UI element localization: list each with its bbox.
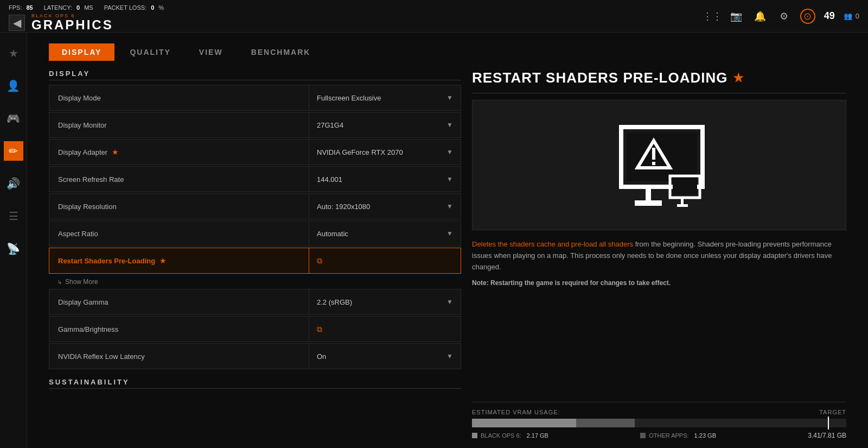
title-divider	[472, 93, 846, 93]
chevron-down-icon: ▼	[446, 352, 453, 360]
latency-label: LATENCY:	[44, 4, 72, 11]
gamma-brightness-row: Gamma/Brightness ⧉	[49, 316, 461, 342]
left-panel: DISPLAY Display Mode Fullscreen Exclusiv…	[49, 70, 461, 439]
tab-quality[interactable]: QUALITY	[117, 43, 183, 61]
sidebar-favorites-icon[interactable]: ★	[4, 43, 23, 63]
monitor-warning-illustration	[599, 116, 719, 214]
back-button[interactable]: ◀	[9, 15, 25, 31]
fps-value: 85	[26, 4, 33, 11]
vram-section: ESTIMATED VRAM USAGE: TARGET BLACK OPS 6…	[472, 402, 846, 439]
vram-label: ESTIMATED VRAM USAGE:	[472, 409, 560, 415]
detail-image	[472, 100, 846, 230]
show-more-arrow-icon: ↳	[58, 279, 62, 285]
vram-target-line	[828, 417, 829, 430]
tab-bar: DISPLAY QUALITY VIEW BENCHMARK	[27, 33, 868, 61]
vram-other-value: 1.23 GB	[694, 432, 716, 439]
sidebar-menu-icon[interactable]: ☰	[4, 206, 23, 226]
packet-value: 0	[151, 4, 154, 11]
display-resolution-row: Display Resolution Auto: 1920x1080 ▼	[49, 193, 461, 219]
svg-rect-6	[652, 162, 655, 165]
bo6-dot	[472, 433, 477, 438]
vram-other-label: OTHER APPS:	[649, 432, 688, 439]
detail-note: Note: Restarting the game is required fo…	[472, 279, 846, 287]
star-icon: ★	[159, 256, 167, 265]
refresh-rate-value[interactable]: 144.001 ▼	[309, 167, 461, 192]
detail-description: Deletes the shaders cache and pre-load a…	[472, 239, 846, 273]
latency-unit: MS	[84, 4, 93, 11]
vram-bar-other	[576, 419, 635, 427]
svg-rect-10	[677, 204, 688, 207]
display-monitor-value[interactable]: 27G1G4 ▼	[309, 112, 461, 137]
settings-icon[interactable]: ⚙	[776, 9, 792, 24]
chevron-down-icon: ▼	[446, 121, 453, 129]
bell-icon[interactable]: 🔔	[752, 9, 768, 24]
game-logo: BLACK OPS 6 GRAPHICS	[31, 14, 113, 31]
display-mode-row: Display Mode Fullscreen Exclusive ▼	[49, 85, 461, 111]
display-adapter-value[interactable]: NVIDIA GeForce RTX 2070 ▼	[309, 140, 461, 165]
topbar-right: ⋮⋮ 📷 🔔 ⚙ ⊙ 49 👥 0	[705, 9, 859, 24]
aspect-ratio-row: Aspect Ratio Automatic ▼	[49, 220, 461, 247]
refresh-rate-label: Screen Refresh Rate	[49, 167, 309, 192]
latency-value: 0	[76, 4, 80, 11]
display-resolution-value[interactable]: Auto: 1920x1080 ▼	[309, 194, 461, 219]
vram-bar-container	[472, 419, 846, 427]
topbar: FPS: 85 LATENCY: 0 MS PACKET LOSS: 0 % ◀…	[0, 0, 868, 33]
tab-display[interactable]: DISPLAY	[49, 43, 114, 61]
user-icon: 👥	[844, 12, 852, 20]
svg-rect-2	[646, 187, 651, 200]
display-mode-label: Display Mode	[49, 85, 309, 110]
display-mode-value[interactable]: Fullscreen Exclusive ▼	[309, 85, 461, 110]
tab-benchmark[interactable]: BENCHMARK	[238, 43, 324, 61]
chevron-down-icon: ▼	[446, 175, 453, 183]
vram-legend: BLACK OPS 6: 2.17 GB OTHER APPS: 1.23 GB…	[472, 432, 846, 439]
aspect-ratio-value[interactable]: Automatic ▼	[309, 221, 461, 246]
right-panel: Restart Shaders Pre-Loading ★	[472, 70, 846, 439]
aspect-ratio-label: Aspect Ratio	[49, 221, 309, 246]
display-monitor-row: Display Monitor 27G1G4 ▼	[49, 112, 461, 138]
vram-bo6-legend: BLACK OPS 6: 2.17 GB	[472, 432, 548, 439]
display-resolution-label: Display Resolution	[49, 194, 309, 219]
vram-bo6-label: BLACK OPS 6:	[481, 432, 521, 439]
other-dot	[640, 433, 646, 438]
gamma-brightness-action[interactable]: ⧉	[309, 317, 461, 342]
sidebar-profile-icon[interactable]: 👤	[4, 76, 23, 96]
display-gamma-value[interactable]: 2.2 (sRGB) ▼	[309, 289, 461, 314]
camera-icon[interactable]: 📷	[729, 9, 744, 24]
chevron-down-icon: ▼	[446, 148, 453, 156]
display-adapter-row: Display Adapter ★ NVIDIA GeForce RTX 207…	[49, 139, 461, 165]
svg-rect-8	[673, 179, 697, 195]
target-icon[interactable]: ⊙	[800, 9, 815, 24]
nvidia-reflex-row: NVIDIA Reflex Low Latency On ▼	[49, 343, 461, 369]
show-more-button[interactable]: ↳ Show More	[49, 275, 461, 289]
vram-bar-bo6	[472, 419, 576, 427]
external-link-icon: ⧉	[317, 256, 322, 266]
packet-unit: %	[158, 4, 164, 11]
nvidia-reflex-value[interactable]: On ▼	[309, 344, 461, 369]
sustainability-section-title: SUSTAINABILITY	[49, 378, 461, 389]
restart-shaders-action[interactable]: ⧉	[309, 248, 461, 273]
star-icon: ★	[112, 148, 119, 156]
game-title: GRAPHICS	[31, 18, 113, 31]
svg-rect-5	[652, 148, 655, 160]
sidebar-network-icon[interactable]: 📡	[4, 239, 23, 258]
notification-count: 49	[824, 10, 835, 22]
nvidia-reflex-label: NVIDIA Reflex Low Latency	[49, 344, 309, 369]
user-section: 👥 0	[844, 12, 859, 20]
chevron-down-icon: ▼	[446, 94, 453, 102]
sidebar-controller-icon[interactable]: 🎮	[4, 109, 23, 128]
sidebar-audio-icon[interactable]: 🔊	[4, 174, 23, 193]
grid-icon[interactable]: ⋮⋮	[705, 9, 720, 24]
display-adapter-label: Display Adapter ★	[49, 140, 309, 165]
detail-title: Restart Shaders Pre-Loading ★	[472, 70, 846, 86]
vram-bo6-value: 2.17 GB	[527, 432, 548, 439]
user-count: 0	[856, 12, 859, 20]
svg-rect-3	[635, 200, 662, 206]
display-section-title: DISPLAY	[49, 70, 461, 80]
packet-label: PACKET LOSS:	[104, 4, 146, 11]
sidebar-graphics-icon[interactable]: ✏	[4, 141, 23, 161]
chevron-down-icon: ▼	[446, 230, 453, 237]
display-monitor-label: Display Monitor	[49, 112, 309, 137]
tab-view[interactable]: VIEW	[186, 43, 236, 61]
content-area: DISPLAY Display Mode Fullscreen Exclusiv…	[27, 61, 868, 448]
fps-label: FPS:	[9, 4, 22, 11]
